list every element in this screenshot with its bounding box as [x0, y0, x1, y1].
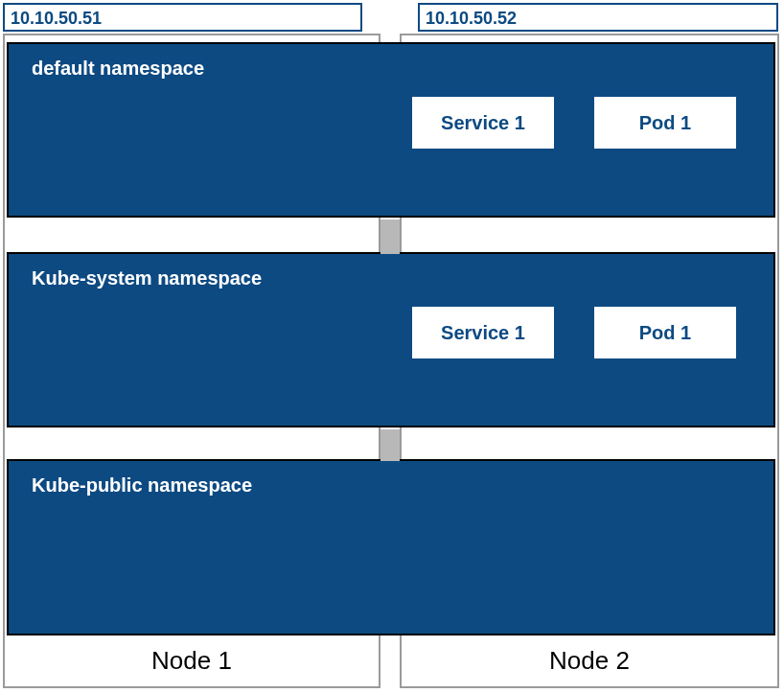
kube-system-pod-label: Pod 1: [639, 322, 691, 344]
namespace-kube-system: Kube-system namespace Service 1 Pod 1: [7, 252, 775, 427]
node2-ip: 10.10.50.52: [426, 9, 517, 28]
column-gap: [380, 219, 400, 254]
node1-ip-box: 10.10.50.51: [3, 3, 362, 32]
namespace-default: default namespace Service 1 Pod 1: [7, 42, 775, 218]
kube-system-service-box: Service 1: [411, 306, 555, 359]
default-service-box: Service 1: [411, 96, 555, 150]
namespace-kube-system-title: Kube-system namespace: [9, 254, 773, 289]
namespace-default-title: default namespace: [9, 44, 773, 80]
node1-ip: 10.10.50.51: [11, 9, 102, 28]
node2-ip-box: 10.10.50.52: [418, 3, 778, 32]
kube-system-pod-box: Pod 1: [593, 306, 737, 359]
k8s-namespace-diagram: 10.10.50.51 10.10.50.52 Node 1 Node 2 de…: [0, 0, 784, 693]
default-pod-label: Pod 1: [639, 112, 691, 134]
node2-label: Node 2: [402, 641, 777, 683]
node1-label: Node 1: [5, 641, 379, 683]
default-pod-box: Pod 1: [593, 96, 737, 150]
column-gap: [380, 429, 400, 461]
default-service-label: Service 1: [441, 112, 525, 134]
namespace-kube-public: Kube-public namespace: [7, 459, 775, 635]
kube-system-service-label: Service 1: [441, 322, 525, 344]
namespace-kube-public-title: Kube-public namespace: [9, 461, 773, 497]
